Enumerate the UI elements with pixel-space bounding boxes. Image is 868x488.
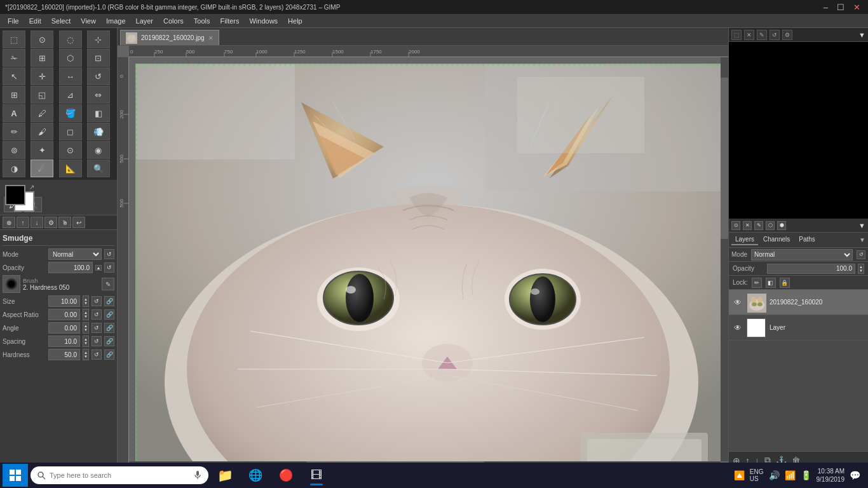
tool-paintbrush[interactable]: 🖌: [31, 123, 53, 140]
tool-blur[interactable]: ◉: [87, 141, 110, 159]
tool-heal[interactable]: ✦: [31, 141, 53, 159]
tool-measure[interactable]: 📐: [59, 159, 82, 177]
tool-options-btn[interactable]: ⚙: [44, 217, 57, 228]
layer-item-cat[interactable]: 👁 20190822_160020: [729, 290, 868, 315]
start-button[interactable]: [3, 464, 28, 487]
layer-visibility-white[interactable]: 👁: [733, 323, 743, 333]
tool-free-select[interactable]: ◌: [59, 30, 82, 48]
brush-preview[interactable]: [3, 275, 20, 293]
size-link-btn[interactable]: 🔗: [104, 296, 114, 306]
tool-text[interactable]: A: [3, 104, 25, 122]
tab-paths[interactable]: Paths: [795, 234, 819, 245]
menu-view[interactable]: View: [76, 16, 101, 26]
search-input[interactable]: [50, 471, 177, 479]
tab-channels[interactable]: Channels: [759, 234, 794, 245]
tool-zoom[interactable]: 🔍: [87, 159, 110, 177]
maximize-button[interactable]: ☐: [834, 3, 847, 12]
menu-file[interactable]: File: [3, 16, 24, 26]
tool-airbrush[interactable]: 💨: [87, 123, 110, 140]
layer-panel-btn5[interactable]: ⬢: [777, 221, 786, 230]
tool-rect-select[interactable]: ⬚: [3, 30, 25, 48]
vertical-scrollbar[interactable]: [721, 57, 728, 461]
network-wifi-icon[interactable]: 📶: [785, 470, 796, 480]
tool-move[interactable]: ✛: [31, 67, 53, 85]
layer-panel-btn4[interactable]: ⬡: [766, 221, 775, 230]
lock-all-btn[interactable]: 🔒: [780, 278, 790, 288]
layer-visibility-cat[interactable]: 👁: [733, 297, 743, 308]
canvas-image[interactable]: [135, 64, 721, 461]
menu-filters[interactable]: Filters: [215, 16, 245, 26]
tab-layers[interactable]: Layers: [731, 234, 758, 245]
tool-rotate[interactable]: ↺: [87, 67, 110, 85]
tool-align[interactable]: ↖: [3, 67, 25, 85]
angle-link-btn[interactable]: 🔗: [104, 323, 114, 333]
menu-windows[interactable]: Windows: [244, 16, 283, 26]
tool-perspective[interactable]: ⊿: [59, 86, 82, 104]
layer-panel-collapse[interactable]: ⊙: [731, 221, 740, 230]
device-status-btn[interactable]: 🖱: [58, 217, 71, 228]
layer-panel-edit2[interactable]: ✎: [754, 221, 763, 230]
tool-fg-select[interactable]: ⬡: [59, 49, 82, 67]
spacing-link-btn[interactable]: 🔗: [104, 336, 114, 346]
tool-paint-bucket[interactable]: 🪣: [59, 104, 82, 122]
layer-opacity-spin[interactable]: ▲▼: [858, 264, 864, 274]
layer-panel-menu[interactable]: ▼: [858, 222, 865, 229]
canvas-scroll[interactable]: [129, 57, 721, 461]
tool-gradient[interactable]: ◧: [87, 104, 110, 122]
aspect-ratio-link-btn[interactable]: 🔗: [104, 309, 114, 320]
tool-eraser[interactable]: ◻: [59, 123, 82, 140]
raise-layer-btn[interactable]: ↑: [17, 217, 29, 228]
battery-icon[interactable]: 🔋: [801, 470, 811, 480]
lower-layer-btn[interactable]: ↓: [31, 217, 43, 228]
layer-panel-close-btn[interactable]: ✕: [743, 221, 752, 230]
tool-ellipse-select[interactable]: ⊙: [31, 30, 53, 48]
menu-select[interactable]: Select: [46, 16, 76, 26]
panel-new-btn[interactable]: ⬚: [731, 30, 742, 40]
menu-colors[interactable]: Colors: [158, 16, 189, 26]
tool-fuzzy-select[interactable]: ⊹: [87, 30, 110, 48]
new-layer-btn[interactable]: ⊕: [3, 217, 15, 228]
tool-dodge-burn[interactable]: ◑: [3, 159, 25, 177]
size-spin[interactable]: ▲▼: [83, 295, 89, 307]
angle-spin[interactable]: ▲▼: [83, 322, 89, 334]
panel-menu-btn[interactable]: ▼: [858, 31, 865, 39]
menu-edit[interactable]: Edit: [24, 16, 46, 26]
canvas-container[interactable]: 0 250 500 750 1000 1250 1500 1750 2000: [118, 46, 728, 469]
tool-path[interactable]: 🖊: [31, 104, 53, 122]
layer-item-white[interactable]: 👁 Layer: [729, 315, 868, 341]
lock-pixels-btn[interactable]: ✏: [752, 278, 762, 288]
notification-icon[interactable]: 💬: [850, 470, 860, 480]
undo-btn[interactable]: ↩: [72, 217, 85, 228]
spacing-reset-btn[interactable]: ↺: [92, 336, 102, 346]
panel-refresh-btn[interactable]: ↺: [770, 30, 780, 40]
hardness-spin[interactable]: ▲▼: [83, 349, 89, 360]
taskbar-chrome[interactable]: 🔴: [272, 464, 300, 487]
hardness-reset-btn[interactable]: ↺: [92, 349, 102, 360]
tab-close[interactable]: ✕: [208, 35, 214, 41]
mode-select[interactable]: Normal: [48, 248, 102, 260]
lock-alpha-btn[interactable]: ◧: [766, 278, 776, 288]
tool-crop[interactable]: ↔: [59, 67, 82, 85]
menu-tools[interactable]: Tools: [189, 16, 215, 26]
angle-reset-btn[interactable]: ↺: [92, 323, 102, 333]
menu-layer[interactable]: Layer: [131, 16, 159, 26]
layer-mode-reset[interactable]: ↺: [857, 250, 865, 259]
tool-shear[interactable]: ◱: [31, 86, 53, 104]
tool-flip[interactable]: ⇔: [87, 86, 110, 104]
tool-smudge[interactable]: ☄: [31, 159, 53, 177]
taskbar-gimp[interactable]: 🎞: [302, 464, 330, 487]
search-bar[interactable]: [31, 466, 208, 484]
foreground-color[interactable]: [5, 185, 25, 205]
close-button[interactable]: ✕: [851, 3, 863, 12]
tool-scissors[interactable]: ✁: [3, 49, 25, 67]
opacity-reset-btn[interactable]: ↺: [104, 262, 114, 273]
menu-image[interactable]: Image: [101, 16, 131, 26]
tool-perspective-clone[interactable]: ⊙: [59, 141, 82, 159]
aspect-ratio-spin[interactable]: ▲▼: [83, 309, 89, 320]
network-icon[interactable]: 🔼: [734, 470, 745, 480]
aspect-ratio-reset-btn[interactable]: ↺: [92, 309, 102, 320]
swap-colors-button[interactable]: ↗: [29, 184, 34, 191]
taskbar-edge[interactable]: 🌐: [241, 464, 269, 487]
clock-display[interactable]: 10:38 AM 9/19/2019: [817, 467, 845, 484]
panel-settings-btn[interactable]: ⚙: [782, 30, 792, 40]
